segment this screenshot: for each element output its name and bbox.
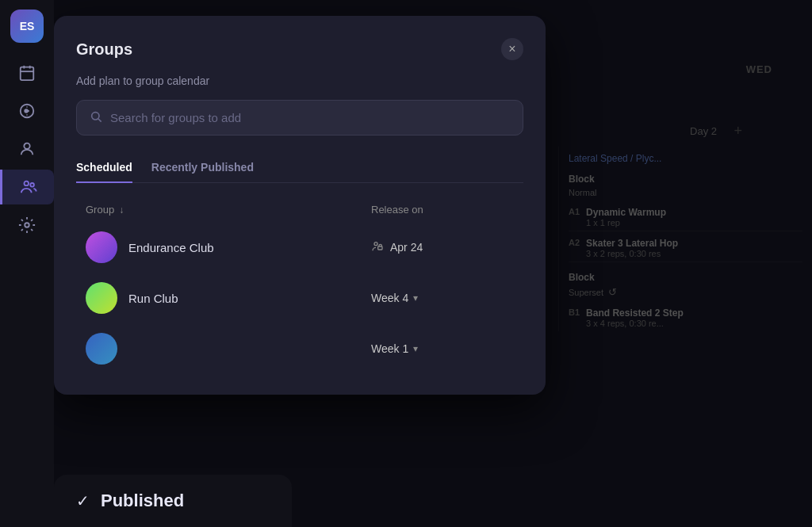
group-avatar-run [86,282,117,314]
sort-arrow-icon: ↓ [119,204,124,216]
release-info-third: Week 1 ▾ [371,342,514,355]
groups-list: Endurance Club Apr 24 Run Club Week 4 [76,223,523,376]
person-lock-icon [371,240,384,255]
modal-title: Groups [76,40,132,59]
group-name-endurance: Endurance Club [128,241,371,254]
group-row-endurance[interactable]: Endurance Club Apr 24 [76,223,523,271]
col-release-header: Release on [371,204,514,216]
avatar[interactable]: ES [10,10,44,43]
main-area: WED Day 2 + Movement Q... ⋯ Warmup Plank… [54,0,812,527]
svg-point-9 [92,113,99,120]
group-row-run[interactable]: Run Club Week 4 ▾ [76,274,523,322]
sidebar-item-groups[interactable] [0,170,54,204]
svg-point-7 [30,183,34,187]
search-wrap [76,100,523,136]
sidebar-item-profile[interactable] [10,132,44,166]
release-dropdown-run[interactable]: Week 4 ▾ [371,292,418,304]
table-header: Group ↓ Release on [76,199,523,220]
release-info-run: Week 4 ▾ [371,292,514,304]
sidebar-item-billing[interactable] [10,94,44,128]
search-input[interactable] [110,111,510,124]
tab-scheduled[interactable]: Scheduled [76,155,132,183]
modal-header: Groups × [76,38,523,60]
group-row-third[interactable]: Week 1 ▾ [76,325,523,372]
sidebar: ES [0,0,54,527]
svg-point-11 [374,242,377,245]
release-date-endurance: Apr 24 [390,241,423,254]
svg-rect-12 [378,246,382,250]
group-avatar-third [86,333,117,365]
modal-subtitle: Add plan to group calendar [76,74,523,87]
release-dropdown-third[interactable]: Week 1 ▾ [371,342,418,355]
sidebar-nav [0,55,54,242]
dropdown-arrow-icon-third: ▾ [413,343,418,354]
group-avatar-endurance [86,231,117,263]
svg-point-8 [25,223,29,227]
groups-modal: Groups × Add plan to group calendar Sche… [54,16,546,395]
svg-point-6 [24,181,29,186]
dropdown-arrow-icon-run: ▾ [413,292,418,304]
tab-recently-published[interactable]: Recently Published [151,155,254,183]
published-toast: ✓ Published [54,475,292,527]
svg-point-5 [24,143,29,149]
tabs: Scheduled Recently Published [76,155,523,183]
release-info-endurance: Apr 24 [371,240,514,255]
col-group-header[interactable]: Group ↓ [86,204,371,216]
svg-line-10 [98,119,102,122]
group-name-run: Run Club [128,292,371,305]
svg-rect-0 [21,67,34,81]
release-week-run: Week 4 [371,292,408,304]
sidebar-item-settings[interactable] [10,208,44,242]
sidebar-item-calendar[interactable] [10,55,44,90]
release-week-third: Week 1 [371,342,408,355]
search-icon [90,110,102,125]
check-icon: ✓ [76,491,90,510]
close-button[interactable]: × [501,38,523,60]
published-label: Published [101,491,184,511]
